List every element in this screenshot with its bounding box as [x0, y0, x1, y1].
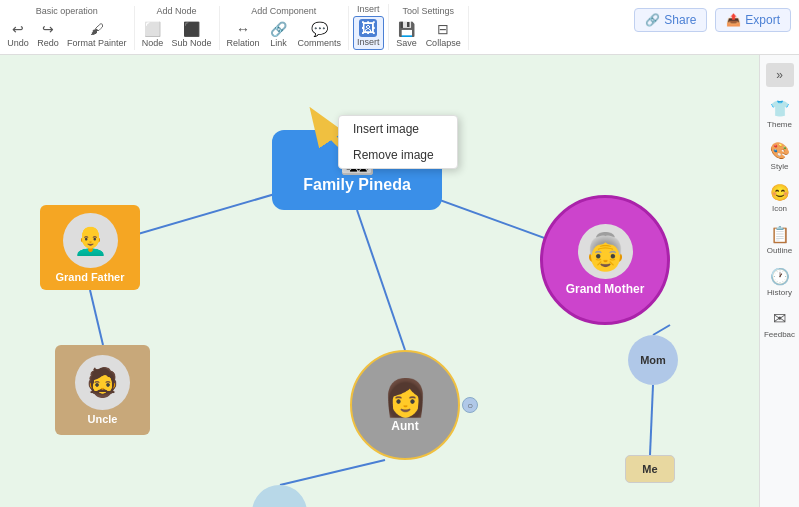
comments-icon: 💬 — [310, 20, 328, 38]
comments-button[interactable]: 💬 Comments — [295, 18, 345, 50]
svg-line-2 — [90, 290, 103, 345]
group-basic-operation: Basic operation ↩ Undo ↪ Redo 🖌 Format P… — [0, 6, 135, 50]
panel-icon[interactable]: 😊 Icon — [762, 179, 798, 217]
panel-feedback[interactable]: ✉ Feedbac — [762, 305, 798, 343]
relation-icon: ↔ — [234, 20, 252, 38]
redo-icon: ↪ — [39, 20, 57, 38]
add-component-buttons: ↔ Relation 🔗 Link 💬 Comments — [224, 18, 345, 50]
share-button[interactable]: 🔗 Share — [634, 8, 707, 32]
node-icon: ⬜ — [144, 20, 162, 38]
me-label: Me — [642, 463, 657, 475]
theme-icon: 👕 — [770, 99, 790, 118]
basic-buttons: ↩ Undo ↪ Redo 🖌 Format Painter — [4, 18, 130, 50]
group-add-node: Add Node ⬜ Node ⬛ Sub Node — [135, 6, 220, 50]
node-grandfather[interactable]: 👨‍🦲 Grand Father — [40, 205, 140, 290]
node-aunt[interactable]: 👩 Aunt ○ — [350, 350, 460, 460]
grandmother-label: Grand Mother — [566, 282, 645, 296]
node-button[interactable]: ⬜ Node — [139, 18, 167, 50]
node-niece[interactable]: Niece — [252, 485, 307, 507]
sub-node-button[interactable]: ⬛ Sub Node — [169, 18, 215, 50]
svg-line-3 — [357, 210, 405, 350]
history-icon: 🕐 — [770, 267, 790, 286]
save-icon: 💾 — [398, 20, 416, 38]
collapse-icon: ⊟ — [434, 20, 452, 38]
group-label-tool-settings: Tool Settings — [402, 6, 454, 16]
relation-button[interactable]: ↔ Relation — [224, 18, 263, 50]
group-label-add-node: Add Node — [157, 6, 197, 16]
insert-dropdown: Insert image Remove image — [338, 115, 458, 169]
node-me[interactable]: Me — [625, 455, 675, 483]
panel-theme[interactable]: 👕 Theme — [762, 95, 798, 133]
aunt-label: Aunt — [391, 419, 418, 433]
insert-image-option[interactable]: Insert image — [339, 116, 457, 142]
family-pineda-label: Family Pineda — [303, 176, 411, 194]
format-painter-button[interactable]: 🖌 Format Painter — [64, 18, 130, 50]
collapse-button[interactable]: ⊟ Collapse — [423, 18, 464, 50]
grandfather-avatar: 👨‍🦲 — [63, 213, 118, 268]
add-node-buttons: ⬜ Node ⬛ Sub Node — [139, 18, 215, 50]
panel-outline[interactable]: 📋 Outline — [762, 221, 798, 259]
canvas[interactable]: 👨‍👩‍👧‍👦 Family Pineda 👨‍🦲 Grand Father 👵… — [0, 55, 759, 507]
redo-button[interactable]: ↪ Redo — [34, 18, 62, 50]
save-button[interactable]: 💾 Save — [393, 18, 421, 50]
mom-label: Mom — [640, 354, 666, 366]
icon-icon: 😊 — [770, 183, 790, 202]
sub-node-icon: ⬛ — [183, 20, 201, 38]
toolbar: Basic operation ↩ Undo ↪ Redo 🖌 Format P… — [0, 0, 799, 55]
export-button[interactable]: 📤 Export — [715, 8, 791, 32]
format-painter-icon: 🖌 — [88, 20, 106, 38]
outline-icon: 📋 — [770, 225, 790, 244]
aunt-avatar: 👩 — [383, 377, 428, 419]
panel-style[interactable]: 🎨 Style — [762, 137, 798, 175]
svg-line-5 — [653, 325, 670, 335]
insert-icon: 🖼 — [359, 19, 377, 37]
svg-line-6 — [650, 385, 653, 455]
right-toolbar: 🔗 Share 📤 Export — [634, 8, 791, 32]
export-icon: 📤 — [726, 13, 741, 27]
insert-buttons: 🖼 Insert — [353, 16, 384, 50]
share-icon: 🔗 — [645, 13, 660, 27]
group-label-basic: Basic operation — [36, 6, 98, 16]
group-label-insert: Insert — [357, 4, 380, 14]
panel-collapse-button[interactable]: » — [766, 63, 794, 87]
grandmother-avatar: 👵 — [578, 224, 633, 279]
node-grandmother[interactable]: 👵 Grand Mother — [540, 195, 670, 325]
remove-image-option[interactable]: Remove image — [339, 142, 457, 168]
insert-button[interactable]: 🖼 Insert — [353, 16, 384, 50]
tool-settings-buttons: 💾 Save ⊟ Collapse — [393, 18, 464, 50]
node-mom[interactable]: Mom — [628, 335, 678, 385]
node-uncle[interactable]: 🧔 Uncle — [55, 345, 150, 435]
panel-history[interactable]: 🕐 History — [762, 263, 798, 301]
aunt-expand-handle[interactable]: ○ — [462, 397, 478, 413]
uncle-avatar: 🧔 — [75, 355, 130, 410]
feedback-icon: ✉ — [773, 309, 786, 328]
uncle-label: Uncle — [88, 413, 118, 425]
right-panel: » 👕 Theme 🎨 Style 😊 Icon 📋 Outline 🕐 His… — [759, 55, 799, 507]
style-icon: 🎨 — [770, 141, 790, 160]
undo-icon: ↩ — [9, 20, 27, 38]
link-button[interactable]: 🔗 Link — [265, 18, 293, 50]
group-label-add-component: Add Component — [251, 6, 316, 16]
undo-button[interactable]: ↩ Undo — [4, 18, 32, 50]
grandfather-label: Grand Father — [55, 271, 124, 283]
group-tool-settings: Tool Settings 💾 Save ⊟ Collapse — [389, 6, 469, 50]
svg-line-4 — [280, 460, 385, 485]
link-icon: 🔗 — [270, 20, 288, 38]
group-add-component: Add Component ↔ Relation 🔗 Link 💬 Commen… — [220, 6, 350, 50]
group-insert: Insert 🖼 Insert — [349, 4, 389, 50]
